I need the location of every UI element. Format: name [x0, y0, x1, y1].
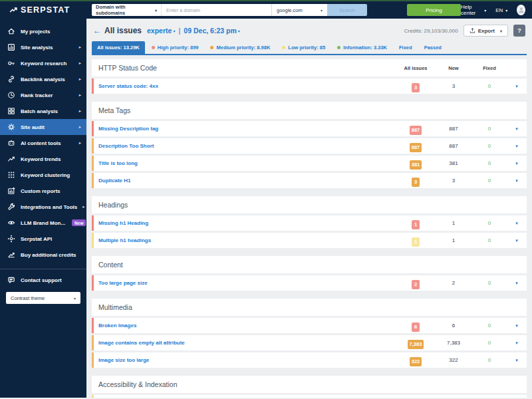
site-audit-icon: [7, 123, 15, 131]
all-issues-badge: 322: [410, 357, 422, 366]
fixed-count: 0: [472, 357, 507, 363]
issue-link[interactable]: Title is too long: [98, 160, 396, 166]
sidebar-item-backlink-analysis[interactable]: Backlink analysis▸: [0, 71, 86, 87]
sidebar-item-my-projects[interactable]: My projects: [0, 23, 86, 39]
sidebar-item-label: Keyword trends: [21, 156, 61, 162]
sidebar-item-buy-additional-credits[interactable]: Buy additional credits: [0, 247, 86, 263]
expand-row-chevron-icon[interactable]: ▾: [507, 323, 527, 329]
sidebar-item-llm-brand-mon[interactable]: LLM Brand Mon...New: [0, 215, 86, 231]
help-button[interactable]: ?: [513, 25, 525, 37]
fixed-count: 0: [472, 126, 507, 132]
section-title: Content: [98, 261, 527, 269]
issue-row: Image contains empty alt attribute7,3837…: [92, 335, 527, 350]
expand-row-chevron-icon[interactable]: ▾: [507, 84, 527, 89]
expand-row-chevron-icon[interactable]: ▾: [507, 144, 527, 149]
chevron-right-icon: ▸: [82, 204, 84, 209]
expand-row-chevron-icon[interactable]: ▾: [507, 238, 527, 243]
chevron-down-icon: ▾: [321, 8, 323, 13]
issue-link[interactable]: Broken Images: [98, 323, 396, 329]
back-arrow-icon[interactable]: ←: [93, 26, 101, 35]
issue-link[interactable]: Image size too large: [98, 357, 396, 363]
contrast-theme-select[interactable]: Contrast theme ▾: [6, 292, 80, 304]
all-issues-badge: 1: [412, 220, 420, 229]
sidebar-item-ai-content-tools[interactable]: AI content tools▸: [0, 135, 86, 151]
issue-row: Missing Description tag8878870▾: [92, 121, 527, 136]
main-content: ← All issues experte ▾ | 09 Dec, 6:23 pm…: [86, 19, 532, 398]
tab-all-issues[interactable]: All issues: 13.29K: [92, 41, 145, 54]
sidebar-item-contact-support[interactable]: Contact support: [0, 272, 86, 288]
search-engine-select[interactable]: google.com ▾: [271, 4, 327, 16]
integrations-icon: [7, 203, 15, 211]
issue-link[interactable]: Description Too Short: [98, 143, 396, 149]
chevron-down-icon: ▾: [238, 29, 240, 33]
section-title: Multimedia: [98, 303, 527, 311]
issue-link[interactable]: Missing Description tag: [98, 126, 396, 132]
ai-tools-icon: [7, 139, 15, 147]
api-icon: [7, 235, 15, 243]
sidebar-item-keyword-clustering[interactable]: Keyword clustering: [0, 167, 86, 183]
tab-medium-priority[interactable]: Medium priority: 8.98K: [205, 41, 275, 54]
expand-row-chevron-icon[interactable]: ▾: [507, 340, 527, 346]
serpstat-logo[interactable]: SERPSTAT: [0, 5, 86, 15]
domain-input[interactable]: [161, 4, 271, 16]
expand-row-chevron-icon[interactable]: ▾: [507, 358, 527, 363]
issue-link[interactable]: Missing h1 Heading: [98, 220, 396, 226]
sidebar-item-label: Custom reports: [21, 188, 61, 194]
tab-label: Fixed: [399, 45, 412, 51]
new-count: 887: [435, 143, 472, 149]
issue-link[interactable]: Duplicate H1: [98, 178, 396, 184]
all-issues-badge: 381: [410, 160, 422, 170]
expand-row-chevron-icon[interactable]: ▾: [507, 281, 527, 286]
section-title: HTTP Status Code: [98, 64, 396, 72]
fixed-count: 0: [472, 323, 507, 329]
reports-icon: [7, 187, 15, 195]
user-avatar[interactable]: [517, 5, 525, 15]
expand-row-chevron-icon[interactable]: ▾: [507, 161, 527, 166]
domain-mode-value: Domain with subdomains: [96, 4, 152, 16]
sidebar-item-site-audit[interactable]: Site audit▸: [0, 119, 86, 135]
issue-row: Title is too long3813810▾: [92, 156, 527, 171]
chat-icon: [7, 276, 15, 284]
sidebar-item-label: Keyword clustering: [21, 172, 70, 178]
domain-mode-select[interactable]: Domain with subdomains ▾: [92, 4, 161, 16]
tab-high-priority[interactable]: High priority: 899: [146, 41, 204, 54]
chevron-right-icon: ▸: [79, 92, 81, 98]
tab-passed[interactable]: Passed: [419, 41, 447, 54]
sidebar-item-integrations-and-tools[interactable]: Integrations and Tools▸: [0, 199, 86, 215]
issue-link[interactable]: Image contains empty alt attribute: [98, 340, 396, 346]
language-menu[interactable]: EN ▾: [495, 7, 507, 13]
audit-date-select[interactable]: 09 Dec, 6:23 pm: [184, 27, 236, 35]
sidebar-item-custom-reports[interactable]: Custom reports: [0, 183, 86, 199]
tab-label: All issues: 13.29K: [97, 45, 140, 51]
expand-row-chevron-icon[interactable]: ▾: [507, 221, 527, 226]
expand-row-chevron-icon[interactable]: ▾: [507, 178, 527, 184]
priority-dot-icon: [337, 46, 340, 49]
issue-section-accessibility-indexation: Accessibility & IndexationLow word count…: [92, 376, 527, 398]
tab-low-priority[interactable]: Low priority: 85: [277, 41, 331, 54]
help-center-menu[interactable]: Help center ▾: [461, 4, 486, 16]
issue-row: Duplicate H1330▾: [92, 173, 527, 188]
sidebar-item-serpstat-api[interactable]: Serpstat API: [0, 231, 86, 247]
issue-link[interactable]: Too large page size: [98, 280, 396, 286]
issue-link[interactable]: Server status code: 4xx: [98, 83, 396, 89]
export-button[interactable]: Export ▾: [464, 25, 508, 37]
section-title: Headings: [98, 201, 527, 209]
sidebar-item-batch-analysis[interactable]: Batch analysis▸: [0, 103, 86, 119]
search-button[interactable]: Search: [327, 4, 367, 16]
sidebar-item-keyword-trends[interactable]: Keyword trends: [0, 151, 86, 167]
project-select[interactable]: experte: [147, 27, 172, 35]
sidebar-item-rank-tracker[interactable]: Rank tracker▸: [0, 87, 86, 103]
sidebar-item-keyword-research[interactable]: Keyword research▸: [0, 55, 86, 71]
chevron-down-icon: ▾: [505, 8, 507, 13]
sidebar-item-site-analysis[interactable]: Site analysis▸: [0, 39, 86, 55]
issue-row: Low word count46460▾: [92, 395, 527, 398]
fixed-count: 0: [472, 280, 507, 286]
tab-information[interactable]: Information: 3.33K: [332, 41, 392, 54]
tab-fixed[interactable]: Fixed: [394, 41, 418, 54]
sidebar-item-label: Serpstat API: [21, 236, 52, 242]
backlink-icon: [7, 75, 15, 83]
expand-row-chevron-icon[interactable]: ▾: [507, 126, 527, 132]
pricing-button[interactable]: Pricing: [407, 4, 461, 16]
issue-link[interactable]: Multiple h1 headings: [98, 237, 396, 243]
issue-section-multimedia: MultimediaBroken Images660▾Image contain…: [92, 299, 527, 368]
